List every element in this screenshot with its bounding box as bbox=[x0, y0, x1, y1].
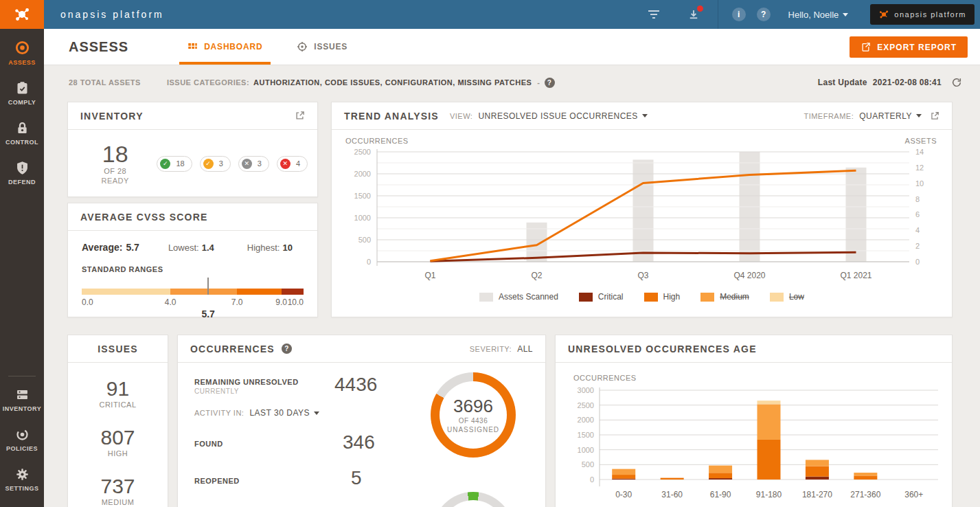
categories-help-icon[interactable]: ? bbox=[545, 78, 555, 88]
issue-categories-label: ISSUE CATEGORIES: bbox=[167, 78, 249, 87]
average-value: 5.7 bbox=[126, 242, 139, 253]
chevron-down-icon bbox=[916, 114, 922, 117]
svg-text:500: 500 bbox=[358, 236, 371, 244]
page-title: ASSESS bbox=[69, 39, 128, 55]
svg-text:61-90: 61-90 bbox=[710, 490, 731, 499]
inventory-external-link-icon[interactable] bbox=[295, 111, 305, 121]
sidebar: ASSESS COMPLY CONTROL DEFEND INVENTORY bbox=[0, 29, 44, 507]
found-value: 346 bbox=[343, 431, 375, 453]
top-bar: onapsis platform i ? Hello, Noelle onaps… bbox=[0, 0, 980, 29]
remaining-value: 4436 bbox=[334, 374, 377, 396]
status-pill-warning[interactable]: ✓3 bbox=[200, 156, 231, 172]
meta-row: 28 TOTAL ASSETS ISSUE CATEGORIES: AUTHOR… bbox=[44, 65, 980, 100]
cvss-tick: 9.0 bbox=[275, 297, 287, 307]
sidebar-item-comply[interactable]: COMPLY bbox=[0, 81, 44, 106]
trend-chart: 0500100015002000250002468101214Q1Q2Q3Q4 … bbox=[341, 146, 942, 285]
svg-text:91-180: 91-180 bbox=[756, 490, 782, 499]
check-icon: ✓ bbox=[203, 159, 214, 169]
svg-text:0-30: 0-30 bbox=[615, 490, 632, 499]
greeting-text: Hello, Noelle bbox=[788, 10, 839, 20]
legend-label: Medium bbox=[720, 292, 749, 302]
inventory-servers-icon bbox=[15, 387, 30, 402]
issues-high: 807 HIGH bbox=[100, 427, 135, 458]
download-icon[interactable] bbox=[687, 8, 700, 21]
assess-target-icon bbox=[14, 40, 30, 56]
inventory-title: INVENTORY bbox=[80, 111, 144, 122]
status-pill-error[interactable]: ✕4 bbox=[277, 156, 308, 172]
control-lock-icon bbox=[15, 121, 30, 135]
svg-text:10: 10 bbox=[915, 179, 924, 188]
occurrences-title: OCCURRENCES bbox=[190, 343, 275, 354]
svg-text:500: 500 bbox=[582, 460, 594, 469]
lowest-label: Lowest: bbox=[168, 243, 199, 253]
legend-swatch bbox=[770, 293, 784, 302]
svg-text:3000: 3000 bbox=[578, 386, 594, 394]
cvss-title: AVERAGE CVSS SCORE bbox=[80, 212, 208, 223]
view-selector[interactable]: VIEW: UNRESOLVED ISSUE OCCURRENCES bbox=[450, 111, 648, 121]
legend-medium[interactable]: Medium bbox=[700, 292, 749, 302]
issues-critical: 91 CRITICAL bbox=[99, 378, 136, 409]
onapsis-logo[interactable] bbox=[0, 0, 44, 29]
legend-low[interactable]: Low bbox=[770, 292, 804, 302]
svg-text:Q4 2020: Q4 2020 bbox=[733, 271, 765, 280]
trend-analysis-card: TREND ANALYSIS VIEW: UNRESOLVED ISSUE OC… bbox=[331, 102, 953, 317]
svg-text:Q2: Q2 bbox=[531, 271, 542, 280]
age-chart: 0500100015002000250030000-3031-6061-9091… bbox=[567, 385, 945, 507]
svg-text:Q1: Q1 bbox=[424, 271, 435, 280]
close-icon: ✕ bbox=[280, 159, 290, 169]
svg-text:1000: 1000 bbox=[354, 214, 371, 222]
severity-label: SEVERITY: bbox=[470, 345, 512, 353]
chip-label: onapsis platform bbox=[894, 10, 966, 19]
cvss-marker-label: 5.7 bbox=[201, 308, 214, 319]
sidebar-item-control[interactable]: CONTROL bbox=[0, 121, 44, 146]
svg-text:2000: 2000 bbox=[578, 416, 594, 424]
unresolved-age-card: UNRESOLVED OCCURRENCES AGE OCCURRENCES 0… bbox=[555, 335, 953, 507]
svg-text:0: 0 bbox=[367, 258, 371, 266]
status-pill-inactive[interactable]: ✕3 bbox=[238, 156, 269, 172]
ready-count: 18 bbox=[86, 142, 144, 166]
user-menu[interactable]: Hello, Noelle bbox=[788, 10, 849, 20]
legend-critical[interactable]: Critical bbox=[579, 292, 624, 302]
settings-gear-icon bbox=[15, 467, 30, 482]
legend-swatch bbox=[579, 293, 593, 302]
activity-selector[interactable]: ACTIVITY IN: LAST 30 DAYS bbox=[194, 408, 319, 418]
svg-text:181-270: 181-270 bbox=[802, 490, 832, 499]
tab-bar: DASHBOARD ISSUES bbox=[179, 29, 374, 65]
legend-label: Assets Scanned bbox=[499, 292, 558, 302]
info-icon[interactable]: i bbox=[732, 8, 746, 21]
tab-dashboard[interactable]: DASHBOARD bbox=[179, 29, 271, 65]
sidebar-divider bbox=[8, 376, 36, 376]
status-pill-ok[interactable]: ✓18 bbox=[157, 156, 192, 172]
check-icon: ✓ bbox=[160, 159, 170, 169]
sidebar-item-inventory[interactable]: INVENTORY bbox=[0, 387, 44, 412]
chevron-down-icon bbox=[843, 13, 848, 16]
main-content: ASSESS DASHBOARD ISSUES EXPORT REPORT bbox=[44, 29, 980, 507]
severity-value[interactable]: ALL bbox=[517, 344, 533, 354]
export-report-button[interactable]: EXPORT REPORT bbox=[850, 36, 968, 58]
last-update-value: 2021-02-08 08:41 bbox=[873, 78, 942, 87]
svg-text:6: 6 bbox=[915, 210, 920, 218]
legend-high[interactable]: High bbox=[644, 292, 681, 302]
sidebar-item-defend[interactable]: DEFEND bbox=[0, 161, 44, 185]
svg-text:2: 2 bbox=[915, 242, 920, 250]
highest-label: Highest: bbox=[247, 243, 280, 253]
onapsis-bug-icon bbox=[13, 5, 31, 23]
timeframe-selector[interactable]: TIMEFRAME: QUARTERLY bbox=[804, 111, 922, 121]
tab-issues[interactable]: ISSUES bbox=[288, 29, 356, 65]
trend-external-link-icon[interactable] bbox=[930, 111, 939, 121]
last-update-label: Last Update bbox=[818, 78, 867, 87]
help-icon[interactable]: ? bbox=[757, 8, 771, 21]
filter-icon[interactable] bbox=[648, 10, 660, 19]
svg-text:12: 12 bbox=[915, 164, 924, 172]
occurrences-help-icon[interactable]: ? bbox=[282, 343, 292, 354]
onapsis-platform-chip[interactable]: onapsis platform bbox=[870, 4, 975, 25]
refresh-icon[interactable] bbox=[951, 77, 962, 88]
total-assets: 28 TOTAL ASSETS bbox=[69, 78, 141, 87]
cvss-score-marker bbox=[207, 278, 209, 295]
sidebar-item-assess[interactable]: ASSESS bbox=[0, 40, 44, 66]
issues-card: ISSUES 91 CRITICAL 807 HIGH 737 MEDIUM bbox=[67, 335, 168, 507]
sidebar-item-settings[interactable]: SETTINGS bbox=[0, 467, 44, 492]
sidebar-item-policies[interactable]: POLICIES bbox=[0, 427, 44, 452]
legend-label: High bbox=[663, 292, 681, 302]
legend-assets-scanned[interactable]: Assets Scanned bbox=[479, 292, 558, 302]
